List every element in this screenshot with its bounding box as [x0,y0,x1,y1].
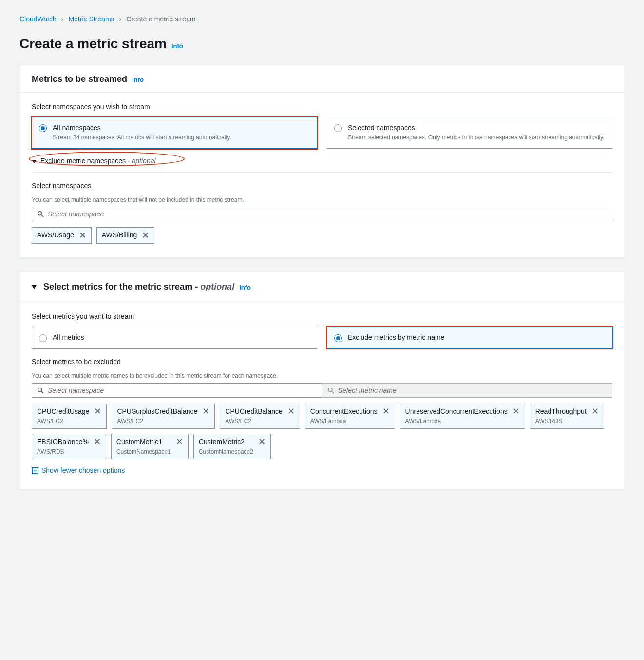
radio-icon [334,334,342,342]
close-icon[interactable]: ✕ [382,407,390,416]
option-title: All namespaces [53,123,310,133]
select-namespaces-label: Select namespaces you wish to stream [32,102,612,112]
expander-select-metrics[interactable]: Select metrics for the metric stream - o… [20,272,624,302]
metric-tag: CPUCreditBalanceAWS/EC2✕ [220,404,300,429]
metric-tag: CustomMetric2CustomNamespace2✕ [193,434,271,459]
panel-title: Select metrics for the metric stream - [43,282,200,291]
metric-tag: ReadThroughputAWS/RDS✕ [530,404,604,429]
minus-square-icon: − [32,467,38,474]
close-icon[interactable]: ✕ [79,231,86,240]
namespace-tag: AWS/Billing✕ [96,227,155,244]
search-metric-input-disabled [322,383,612,398]
close-icon[interactable]: ✕ [287,407,295,416]
svg-line-1 [41,215,43,217]
metric-tag: UnreservedConcurrentExecutionsAWS/Lambda… [400,404,525,429]
option-desc: Stream 34 namespaces. All metrics will s… [53,134,310,141]
svg-point-0 [38,212,42,215]
option-title: Selected namespaces [348,123,605,133]
close-icon[interactable]: ✕ [142,231,149,240]
metric-tag: ConcurrentExecutionsAWS/Lambda✕ [305,404,395,429]
triangle-down-icon [32,160,37,163]
tag-metric-name: CPUCreditUsage [37,407,89,417]
show-fewer-label: Show fewer chosen options [41,466,125,476]
tag-metric-name: ReadThroughput [535,407,587,417]
tag-metric-name: EBSIOBalance% [37,437,89,447]
select-namespaces-sub: You can select multiple namespaces that … [32,196,612,204]
show-fewer-link[interactable]: − Show fewer chosen options [32,466,612,476]
panel-title: Metrics to be streamed [32,73,127,85]
option-all-metrics[interactable]: All metrics [32,327,317,349]
tag-namespace: AWS/EC2 [37,417,89,426]
info-link[interactable]: Info [132,76,144,84]
search-icon [37,211,44,217]
tag-metric-name: CustomMetric1 [116,437,171,447]
close-icon[interactable]: ✕ [258,437,265,446]
tag-namespace: AWS/EC2 [225,417,283,426]
search-icon [327,387,334,394]
metric-tag: EBSIOBalance%AWS/RDS✕ [32,434,106,459]
tag-namespace: AWS/EC2 [117,417,197,426]
radio-icon [39,124,47,132]
tag-label: AWS/Usage [37,231,74,240]
optional-label: optional [132,157,156,165]
search-namespace-input[interactable] [32,207,612,221]
tag-namespace: AWS/Lambda [405,417,508,426]
option-all-namespaces[interactable]: All namespaces Stream 34 namespaces. All… [32,117,317,149]
excluded-metric-tags: CPUCreditUsageAWS/EC2✕CPUSurplusCreditBa… [32,404,612,460]
tag-label: AWS/Billing [102,231,137,240]
triangle-down-icon [32,285,37,289]
radio-icon [39,334,47,342]
svg-point-4 [328,388,332,391]
breadcrumb-link-metric-streams[interactable]: Metric Streams [68,15,114,24]
radio-icon [334,124,342,132]
metric-tag: CPUSurplusCreditBalanceAWS/EC2✕ [112,404,215,429]
chevron-right-icon: › [61,15,64,24]
expander-exclude-namespaces[interactable]: Exclude metric namespaces - optional [32,155,612,173]
info-link[interactable]: Info [171,42,183,51]
metric-tag: CustomMetric1CustomNamespace1✕ [111,434,189,459]
search-namespace-field[interactable] [48,210,607,218]
search-namespace-input[interactable] [32,383,322,398]
svg-line-3 [41,391,43,393]
tag-metric-name: ConcurrentExecutions [310,407,378,417]
info-link[interactable]: Info [239,283,251,292]
tag-namespace: AWS/RDS [535,417,587,426]
tag-namespace: AWS/Lambda [310,417,378,426]
option-desc: Stream selected namespaces. Only metrics… [348,134,605,141]
close-icon[interactable]: ✕ [202,407,209,416]
option-title: All metrics [53,333,84,343]
optional-label: optional [200,282,234,291]
breadcrumb: CloudWatch › Metric Streams › Create a m… [19,10,625,34]
tag-namespace: CustomNamespace1 [116,448,171,456]
tag-metric-name: CPUSurplusCreditBalance [117,407,197,417]
page-title: Create a metric stream [19,34,167,53]
close-icon[interactable]: ✕ [512,407,520,416]
select-metrics-label: Select metrics you want to stream [32,312,612,322]
search-metric-field [338,387,607,394]
close-icon[interactable]: ✕ [94,437,101,446]
search-icon [37,387,44,394]
excluded-namespace-tags: AWS/Usage✕AWS/Billing✕ [32,227,612,244]
option-title: Exclude metrics by metric name [348,333,444,343]
panel-select-metrics: Select metrics for the metric stream - o… [19,272,625,490]
select-excluded-label: Select metrics to be excluded [32,357,612,367]
tag-metric-name: CustomMetric2 [199,437,253,447]
select-excluded-sub: You can select multiple metric names to … [32,372,612,380]
close-icon[interactable]: ✕ [176,437,183,446]
breadcrumb-link-cloudwatch[interactable]: CloudWatch [19,15,57,24]
tag-metric-name: UnreservedConcurrentExecutions [405,407,508,417]
search-namespace-field[interactable] [48,387,317,394]
panel-metrics-to-stream: Metrics to be streamed Info Select names… [19,65,625,258]
tag-metric-name: CPUCreditBalance [225,407,283,417]
option-selected-namespaces[interactable]: Selected namespaces Stream selected name… [327,117,612,149]
tag-namespace: CustomNamespace2 [199,448,253,456]
option-exclude-metrics[interactable]: Exclude metrics by metric name [327,327,612,349]
expander-label: Exclude metric namespaces - [40,157,132,165]
breadcrumb-current: Create a metric stream [126,15,195,24]
close-icon[interactable]: ✕ [591,407,599,416]
svg-point-2 [38,388,42,391]
close-icon[interactable]: ✕ [94,407,101,416]
chevron-right-icon: › [119,15,122,24]
select-namespaces-label-2: Select namespaces [32,181,612,191]
tag-namespace: AWS/RDS [37,448,89,456]
